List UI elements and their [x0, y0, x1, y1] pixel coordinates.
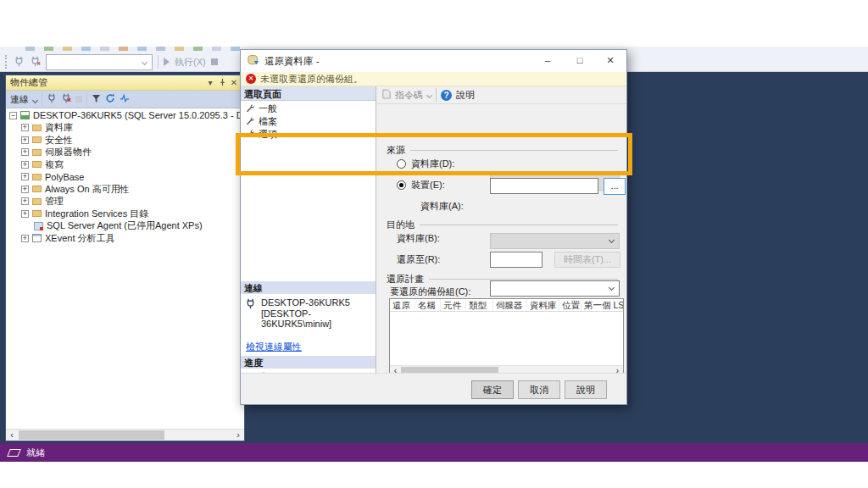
destination-database-label: 資料庫(B):: [397, 232, 440, 245]
filter-icon[interactable]: [92, 94, 101, 105]
tree-item[interactable]: +Integration Services 目錄: [6, 208, 244, 220]
folder-icon: [32, 198, 42, 205]
restore-to-input[interactable]: [490, 252, 542, 268]
expand-icon[interactable]: +: [21, 161, 29, 169]
status-icon: [7, 449, 21, 457]
toolbar-icon-stub: [100, 47, 109, 51]
page-item-label: 檔案: [259, 115, 277, 128]
column-header[interactable]: 元件: [441, 299, 466, 311]
source-device-radio[interactable]: [397, 180, 406, 190]
expand-icon[interactable]: +: [21, 148, 29, 156]
scroll-right-icon[interactable]: ›: [232, 430, 244, 441]
expand-icon[interactable]: +: [21, 235, 29, 242]
page-item-一般[interactable]: 一般: [241, 103, 376, 115]
expand-icon[interactable]: +: [21, 173, 29, 180]
script-button[interactable]: 指令碼: [395, 89, 423, 102]
stop-icon[interactable]: [211, 58, 218, 65]
tree-item-label: 管理: [45, 195, 64, 208]
restore-plan-legend: 還原計畫: [387, 273, 424, 286]
browse-device-button[interactable]: ...: [604, 178, 626, 195]
disconnect-plug-icon[interactable]: [30, 56, 41, 69]
folder-icon: [32, 161, 42, 168]
device-path-input[interactable]: [490, 178, 598, 194]
cancel-button[interactable]: 取消: [518, 380, 560, 399]
help-button[interactable]: 說明: [565, 380, 607, 399]
column-header[interactable]: 資料庫: [527, 299, 559, 311]
pin-icon[interactable]: [216, 78, 228, 88]
maximize-icon[interactable]: □: [565, 50, 594, 71]
execute-button[interactable]: 執行(X): [175, 56, 206, 69]
progress-header: 進度: [241, 356, 376, 369]
column-header[interactable]: 第一個 LSN: [581, 299, 624, 311]
close-icon[interactable]: ✕: [596, 50, 625, 71]
tree-item[interactable]: +Always On 高可用性: [6, 183, 244, 196]
expand-icon[interactable]: +: [21, 197, 29, 205]
window-position-icon[interactable]: ▾: [204, 78, 216, 87]
connect-icon[interactable]: [47, 93, 57, 105]
column-header[interactable]: 伺服器: [493, 299, 527, 311]
collapse-icon[interactable]: −: [9, 112, 17, 119]
column-header[interactable]: 名稱: [415, 299, 441, 311]
column-header[interactable]: 位置: [559, 299, 581, 311]
tree-item[interactable]: +複寫: [6, 158, 244, 171]
expand-icon[interactable]: +: [21, 124, 29, 131]
restore-plan-group: 還原計畫: [387, 273, 618, 286]
execute-icon[interactable]: [164, 58, 170, 66]
toolbar-icon-stub: [231, 47, 240, 51]
column-header[interactable]: 類型: [466, 299, 493, 311]
restore-database-icon: [248, 55, 259, 68]
disconnect-icon[interactable]: [61, 93, 71, 105]
object-explorer-titlebar[interactable]: 物件總管 ▾ ✕: [6, 75, 244, 91]
close-icon[interactable]: ✕: [228, 78, 240, 87]
scrollbar-thumb[interactable]: [19, 430, 164, 440]
toolbar-icon-stub: [212, 47, 221, 51]
tree-item[interactable]: +管理: [6, 196, 244, 208]
help-button[interactable]: 說明: [456, 89, 475, 102]
tree-item-label: 伺服器物件: [45, 146, 92, 158]
view-connection-properties-link[interactable]: 檢視連線屬性: [246, 341, 302, 353]
tree-item-label: SQL Server Agent (已停用Agent XPs): [47, 219, 203, 232]
tree-item[interactable]: +伺服器物件: [6, 147, 244, 159]
backup-sets-table[interactable]: 還原名稱元件類型伺服器資料庫位置第一個 LSN ‹ ›: [389, 298, 624, 377]
tree-item-label: PolyBase: [45, 172, 84, 182]
folder-icon: [32, 210, 42, 217]
expand-icon[interactable]: +: [21, 186, 29, 193]
connect-plug-icon[interactable]: [14, 56, 25, 69]
toolbar-icon-stub: [193, 47, 203, 51]
tree-item[interactable]: −DESKTOP-36KURK5 (SQL Server 15.0.2095.3…: [6, 109, 244, 122]
expand-icon[interactable]: +: [21, 136, 29, 144]
activity-monitor-icon[interactable]: [120, 93, 130, 105]
restore-database-dialog: 還原資料庫 - – □ ✕ ✕ 未選取要還原的備份組。 選取頁面 一般檔案選項 …: [240, 49, 627, 405]
dialog-footer: 確定 取消 說明: [241, 373, 626, 404]
ok-button[interactable]: 確定: [471, 380, 514, 399]
minimize-icon[interactable]: –: [533, 50, 562, 71]
toolbar-icon-stub: [156, 47, 165, 51]
source-device-label: 裝置(E):: [411, 179, 445, 191]
dialog-toolbar: 指令碼 ? 說明: [376, 86, 626, 104]
tree-item[interactable]: SQL Server Agent (已停用Agent XPs): [6, 220, 244, 233]
tree-item[interactable]: +安全性: [6, 134, 244, 147]
toolbar-separator: [158, 55, 159, 69]
connection-server: DESKTOP-36KURK5: [261, 297, 350, 308]
tree-item-label: XEvent 分析工具: [45, 232, 115, 245]
tree-item-label: Always On 高可用性: [45, 183, 130, 196]
database-selector-combo[interactable]: [46, 54, 153, 70]
toolbar-icon-stub: [175, 47, 184, 51]
object-explorer-horizontal-scrollbar[interactable]: ‹ ›: [6, 429, 244, 441]
timeline-button: 時間表(T)...: [554, 252, 620, 268]
tree-item[interactable]: +資料庫: [6, 122, 244, 135]
error-message: 未選取要還原的備份組。: [260, 73, 363, 86]
dialog-titlebar[interactable]: 還原資料庫 - – □ ✕: [241, 50, 626, 72]
expand-icon[interactable]: +: [21, 210, 29, 218]
tree-item[interactable]: +PolyBase: [6, 171, 244, 184]
scroll-left-icon[interactable]: ‹: [6, 430, 18, 441]
page-item-檔案[interactable]: 檔案: [241, 115, 376, 128]
refresh-icon[interactable]: [105, 93, 115, 105]
connect-menu[interactable]: 連線: [10, 93, 37, 106]
backup-sets-header-row: 還原名稱元件類型伺服器資料庫位置第一個 LSN: [390, 299, 623, 312]
tree-item[interactable]: +XEvent 分析工具: [6, 232, 244, 245]
script-dropdown-icon[interactable]: [426, 92, 432, 97]
stop-disabled-icon: [75, 96, 82, 103]
column-header[interactable]: 還原: [390, 299, 415, 311]
source-database-a-combo: [490, 233, 620, 249]
